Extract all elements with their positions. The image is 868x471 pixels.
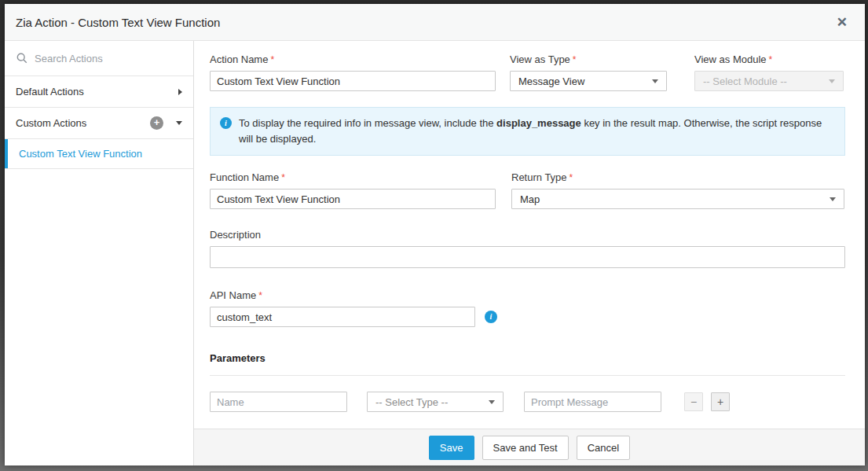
form-area: Action Name* View as Type* Message View [194, 41, 865, 429]
view-as-module-label: View as Module* [694, 53, 844, 65]
search-row [5, 41, 193, 76]
close-icon[interactable]: ✕ [833, 13, 851, 32]
required-asterisk: * [573, 54, 577, 65]
chevron-down-icon [489, 400, 495, 404]
description-label: Description [210, 229, 845, 241]
return-type-field-group: Return Type* Map [511, 171, 844, 209]
parameter-type-select[interactable]: -- Select Type -- [367, 392, 504, 412]
view-as-module-field-group: View as Module* -- Select Module -- [694, 53, 844, 91]
view-as-type-field-group: View as Type* Message View [510, 53, 667, 91]
info-icon: i [220, 117, 232, 129]
sidebar-item-label: Custom Text View Function [19, 148, 142, 160]
parameter-name-input[interactable] [210, 392, 347, 412]
chevron-down-icon [829, 79, 835, 83]
page-title: Zia Action - Custom Text View Function [16, 16, 220, 29]
action-name-field-group: Action Name* [210, 53, 496, 91]
action-name-label: Action Name* [210, 53, 496, 65]
search-icon [16, 53, 27, 64]
chevron-right-icon [178, 89, 182, 95]
function-name-field-group: Function Name* [210, 171, 496, 209]
api-name-input[interactable] [210, 307, 475, 327]
save-and-test-button[interactable]: Save and Test [482, 436, 569, 460]
save-button[interactable]: Save [429, 436, 474, 460]
sidebar-item-custom-actions[interactable]: Custom Actions + [5, 108, 193, 139]
sidebar-item-default-actions[interactable]: Default Actions [5, 76, 193, 108]
add-parameter-button[interactable]: + [711, 392, 730, 411]
chevron-down-icon [176, 121, 182, 125]
action-name-input[interactable] [210, 71, 496, 91]
required-asterisk: * [270, 54, 274, 65]
function-name-label: Function Name* [210, 171, 496, 183]
remove-parameter-button[interactable]: − [684, 392, 703, 411]
view-as-type-label: View as Type* [510, 53, 667, 65]
sidebar-item-label: Custom Actions [16, 117, 86, 129]
search-input[interactable] [35, 53, 184, 64]
api-name-label: API Name* [210, 289, 849, 301]
modal-header: Zia Action - Custom Text View Function ✕ [5, 4, 865, 41]
description-input[interactable] [210, 246, 845, 268]
divider [210, 375, 845, 376]
description-field-group: Description [210, 229, 845, 268]
return-type-select[interactable]: Map [511, 189, 844, 209]
info-banner-text: To display the required info in message … [239, 116, 833, 147]
sidebar-item-custom-text-view-function[interactable]: Custom Text View Function [5, 139, 193, 169]
api-name-field-group: API Name* i [210, 289, 849, 327]
view-as-module-select: -- Select Module -- [694, 71, 844, 91]
add-action-icon[interactable]: + [150, 116, 163, 130]
actions-sidebar: Default Actions Custom Actions + Custom … [5, 41, 194, 465]
chevron-down-icon [652, 79, 658, 83]
function-name-input[interactable] [210, 189, 496, 209]
chevron-down-icon [830, 197, 836, 201]
info-icon: i [485, 311, 497, 323]
parameter-prompt-input[interactable] [524, 392, 661, 412]
return-type-label: Return Type* [511, 171, 844, 183]
sidebar-item-label: Default Actions [16, 86, 84, 98]
required-asterisk: * [258, 290, 262, 301]
cancel-button[interactable]: Cancel [577, 436, 630, 460]
parameters-section: Parameters -- Select Type -- − + [210, 352, 849, 412]
required-asterisk: * [281, 172, 285, 183]
view-as-type-select[interactable]: Message View [510, 71, 667, 91]
required-asterisk: * [570, 172, 573, 183]
parameters-heading: Parameters [210, 352, 849, 364]
info-banner: i To display the required info in messag… [210, 107, 845, 156]
zia-action-modal: Zia Action - Custom Text View Function ✕… [5, 4, 865, 465]
required-asterisk: * [769, 54, 773, 65]
modal-footer: Save Save and Test Cancel [194, 429, 865, 465]
